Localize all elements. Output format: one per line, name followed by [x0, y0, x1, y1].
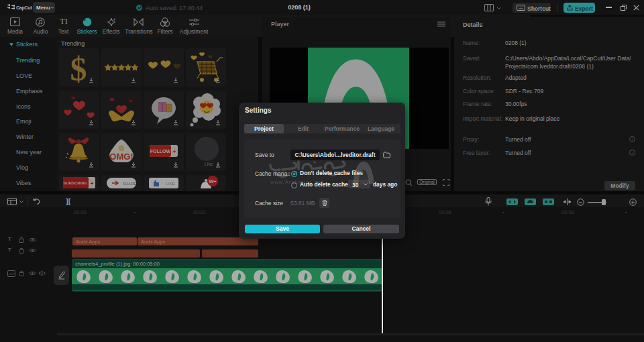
svg-text:Like: Like	[205, 162, 213, 166]
svg-text:+: +	[172, 148, 176, 155]
svg-text:SUBSCRIBE: SUBSCRIBE	[63, 181, 87, 185]
svg-text:OMG!: OMG!	[109, 152, 133, 162]
svg-text:i: i	[632, 151, 633, 155]
svg-text:www.ArabApps.net: www.ArabApps.net	[270, 179, 323, 185]
svg-text:FOLLOW: FOLLOW	[150, 149, 171, 154]
svg-text:LIKE: LIKE	[166, 182, 174, 186]
svg-text:+: +	[91, 180, 94, 186]
svg-text:99+: 99+	[209, 179, 216, 184]
svg-text:SHARE: SHARE	[123, 182, 137, 186]
svg-text:$: $	[70, 50, 87, 87]
svg-text:i: i	[632, 137, 633, 141]
